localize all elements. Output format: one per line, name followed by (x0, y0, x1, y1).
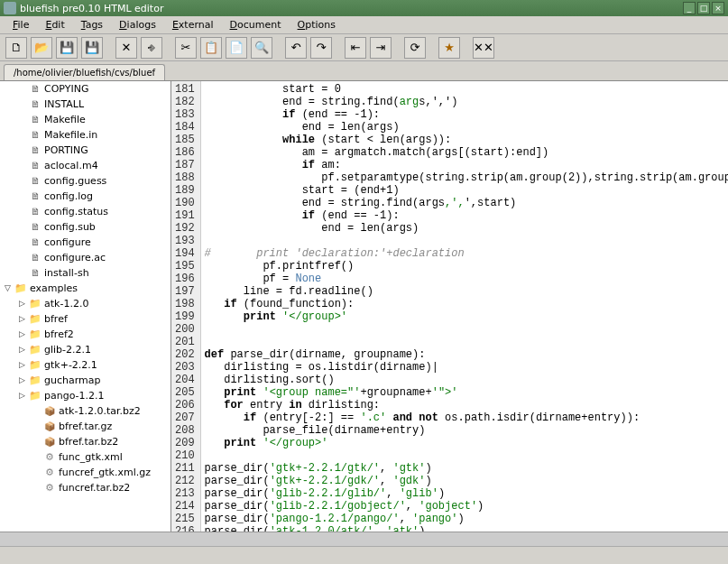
tools-button[interactable]: ✕✕ (473, 37, 494, 59)
menu-options[interactable]: Options (290, 17, 343, 32)
menu-document[interactable]: Document (223, 17, 289, 32)
maximize-button[interactable]: □ (697, 2, 710, 14)
unindent-button[interactable]: ⇤ (345, 37, 366, 59)
expand-icon[interactable]: ▷ (18, 346, 26, 354)
save-as-button[interactable]: 💾 (81, 37, 103, 59)
code-line[interactable]: line = fd.readline() (205, 285, 724, 298)
close-button[interactable]: × (712, 2, 724, 14)
code-line[interactable]: print '</group>' (205, 437, 724, 449)
tree-item[interactable]: funcref_gtk.xml.gz (0, 465, 170, 480)
paste-button[interactable]: 📄 (226, 37, 247, 59)
tree-item[interactable]: atk-1.2.0.tar.bz2 (0, 403, 170, 419)
tree-item[interactable]: aclocal.m4 (0, 158, 170, 173)
expand-icon[interactable]: ▷ (18, 330, 26, 338)
menu-file[interactable]: File (5, 17, 36, 32)
tree-item[interactable]: config.status (0, 204, 170, 219)
code-line[interactable]: end = len(args) (205, 222, 724, 235)
expand-icon[interactable]: ▷ (18, 300, 26, 308)
code-line[interactable]: start = (end+1) (205, 184, 724, 197)
tree-item[interactable]: config.log (0, 189, 170, 204)
code-line[interactable]: while (start < len(args)): (205, 134, 724, 146)
tree-item[interactable]: ▷gtk+-2.2.1 (0, 357, 170, 373)
cut-button[interactable]: ✂ (175, 37, 197, 59)
code-line[interactable]: am = argmatch.match(args[(start):end]) (205, 146, 724, 159)
tree-item[interactable]: Makefile (0, 112, 170, 127)
code-line[interactable]: if (end == -1): (205, 108, 724, 121)
tree-item[interactable]: configure (0, 235, 170, 250)
tree-item[interactable]: PORTING (0, 143, 170, 158)
expand-icon[interactable]: ▷ (18, 376, 26, 384)
tree-item[interactable]: ▽examples (0, 281, 170, 296)
indent-button[interactable]: ⇥ (370, 37, 392, 59)
open-button[interactable]: 📂 (31, 37, 52, 59)
code-line[interactable]: dirlisting.sort() (205, 374, 724, 386)
code-line[interactable]: pf = None (205, 273, 724, 285)
tree-item[interactable]: config.guess (0, 173, 170, 189)
minimize-button[interactable]: _ (683, 2, 696, 14)
tree-item[interactable]: INSTALL (0, 97, 170, 112)
code-line[interactable]: parse_file(dirname+entry) (205, 424, 724, 437)
menu-tags[interactable]: Tags (74, 17, 110, 32)
code-line[interactable]: pf.printfref() (205, 260, 724, 273)
menu-external[interactable]: External (165, 17, 221, 32)
code-line[interactable]: if am: (205, 159, 724, 171)
close-file-button[interactable]: ✕ (115, 37, 137, 59)
code-line[interactable] (205, 336, 724, 348)
code-line[interactable] (205, 449, 724, 462)
code-line[interactable]: if (entry[-2:] == '.c' and not os.path.i… (205, 411, 724, 424)
tree-item[interactable]: configure.ac (0, 250, 170, 265)
code-line[interactable] (205, 323, 724, 336)
code-line[interactable]: if (found_function): (205, 298, 724, 310)
expand-icon[interactable]: ▷ (18, 361, 26, 369)
code-line[interactable]: end = string.find(args,',',start) (205, 197, 724, 209)
code-line[interactable]: parse_dir('atk-1.2.0/atk/', 'atk') (205, 525, 724, 532)
save-button[interactable]: 💾 (56, 37, 78, 59)
code-line[interactable]: end = string.find(args,',') (205, 96, 724, 108)
menu-edit[interactable]: Edit (38, 17, 71, 32)
code-line[interactable]: for entry in dirlisting: (205, 399, 724, 411)
code-editor[interactable]: 1811821831841851861871881891901911921931… (171, 81, 728, 532)
code-line[interactable]: parse_dir('glib-2.2.1/gobject/', 'gobjec… (205, 500, 724, 513)
exit-button[interactable]: ⎆ (141, 37, 162, 59)
code-line[interactable]: dirlisting = os.listdir(dirname)| (205, 361, 724, 374)
tree-item[interactable]: ▷glib-2.2.1 (0, 342, 170, 357)
tree-item[interactable]: ▷bfref2 (0, 327, 170, 342)
tree-item[interactable]: bfref.tar.gz (0, 419, 170, 434)
code-line[interactable]: # print 'declaration:'+declaration (205, 247, 724, 260)
code-line[interactable]: parse_dir('gtk+-2.2.1/gtk/', 'gtk') (205, 462, 724, 475)
code-line[interactable]: parse_dir('pango-1.2.1/pango/', 'pango') (205, 513, 724, 525)
code-line[interactable] (205, 235, 724, 247)
redo-button[interactable]: ↷ (310, 37, 332, 59)
code-area[interactable]: start = 0 end = string.find(args,',') if… (201, 81, 728, 532)
tree-item[interactable]: func_gtk.xml (0, 449, 170, 465)
refresh-button[interactable]: ⟳ (404, 37, 426, 59)
code-line[interactable]: pf.setparamtype(string.strip(am.group(2)… (205, 171, 724, 184)
file-tree-sidebar[interactable]: COPYINGINSTALLMakefileMakefile.inPORTING… (0, 81, 171, 532)
expand-icon[interactable]: ▽ (4, 284, 12, 292)
tree-item[interactable]: config.sub (0, 219, 170, 235)
code-line[interactable]: def parse_dir(dirname, groupname): (205, 348, 724, 361)
tree-item[interactable]: install-sh (0, 265, 170, 281)
expand-icon[interactable]: ▷ (18, 392, 26, 400)
tree-item[interactable]: Makefile.in (0, 127, 170, 143)
menu-dialogs[interactable]: Dialogs (112, 17, 163, 32)
code-line[interactable]: end = len(args) (205, 121, 724, 134)
tree-item[interactable]: COPYING (0, 81, 170, 97)
tree-item[interactable]: funcref.tar.bz2 (0, 480, 170, 495)
horizontal-scrollbar[interactable] (0, 532, 728, 546)
expand-icon[interactable]: ▷ (18, 315, 26, 323)
tree-item[interactable]: ▷gucharmap (0, 373, 170, 388)
code-line[interactable]: if (end == -1): (205, 209, 724, 222)
tree-item[interactable]: bfref.tar.bz2 (0, 434, 170, 449)
bookmark-button[interactable]: ★ (438, 37, 460, 59)
code-line[interactable]: parse_dir('gtk+-2.2.1/gdk/', 'gdk') (205, 475, 724, 487)
new-button[interactable]: 🗋 (5, 37, 27, 59)
code-line[interactable]: print '<group name="'+groupname+'">' (205, 386, 724, 399)
file-tab[interactable]: /home/olivier/bluefish/cvs/bluef (4, 64, 165, 80)
undo-button[interactable]: ↶ (285, 37, 307, 59)
code-line[interactable]: start = 0 (205, 83, 724, 96)
code-line[interactable]: print '</group>' (205, 310, 724, 323)
code-line[interactable]: parse_dir('glib-2.2.1/glib/', 'glib') (205, 487, 724, 500)
tree-item[interactable]: ▷pango-1.2.1 (0, 388, 170, 403)
find-button[interactable]: 🔍 (251, 37, 272, 59)
